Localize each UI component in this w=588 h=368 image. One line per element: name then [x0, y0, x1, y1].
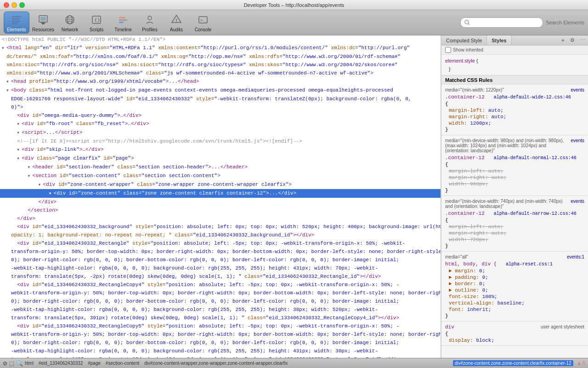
selector-4: html, body, div { alpha-reset.css:1 — [441, 260, 588, 268]
status-inspect-icon[interactable]: ⬚ — [9, 360, 14, 367]
source-link-3[interactable]: events — [571, 199, 584, 209]
svg-rect-16 — [119, 19, 127, 21]
console-label: Console — [195, 27, 212, 32]
rule-prop-crossed-4: margin-left: auto; — [441, 224, 588, 230]
html-line: <header id="section-header" class="secti… — [0, 163, 441, 172]
media-query-4: media="all" events:1 — [441, 253, 588, 260]
html-panel[interactable]: <!DOCTYPE html PUBLIC "-//W3C//DTD HTML+… — [0, 35, 441, 358]
html-line: opacity: 1; background-repeat: no-repeat… — [0, 231, 441, 239]
html-line: <div class="page clearfix" id="page"> — [0, 154, 441, 163]
elements-icon — [10, 13, 23, 26]
svg-rect-5 — [40, 17, 46, 21]
css-rule-3: media="(min-device-width: 740px) and (mi… — [441, 196, 588, 252]
rule-prop-crossed-5: margin-right: auto; — [441, 230, 588, 236]
network-icon — [63, 13, 76, 26]
tab-audits[interactable]: Audits — [164, 12, 189, 34]
sep3 — [102, 361, 104, 366]
search-container — [460, 17, 543, 28]
html-line: </div> — [0, 214, 441, 223]
html-line: <html lang="en" dir="ltr" version="HTML+… — [0, 44, 441, 52]
source-link-4[interactable]: events:1 — [567, 254, 584, 259]
source-link-1[interactable]: events — [571, 87, 584, 92]
status-clear-icon[interactable]: ⊘ — [3, 360, 7, 367]
media-query-2: media="(min-device-width: 980px) and (mi… — [441, 137, 588, 154]
rule-brace-close: } — [441, 126, 588, 133]
status-crumb-3[interactable]: #section-content — [106, 361, 139, 366]
source-link-1b[interactable]: alpha-default-wide-12.css:46 — [494, 95, 571, 100]
rule-prop-crossed-1: margin-left: auto; — [441, 168, 588, 174]
scripts-label: Scripts — [90, 27, 104, 32]
toolbar: Elements Resources Network — [0, 10, 588, 35]
elements-label: Elements — [7, 27, 26, 32]
audits-label: Audits — [170, 27, 183, 32]
source-link-4b[interactable]: alpha-reset.css:1 — [506, 262, 553, 267]
title-bar: Developer Tools – http://localhost/app/e… — [0, 0, 588, 10]
status-crumb-1[interactable]: #eid_1334062430332 — [39, 361, 83, 366]
rule-brace-2: { — [441, 161, 588, 168]
html-line: 0); border-right-color: rgb(0, 0, 0); bo… — [0, 339, 441, 347]
window-title: Developer Tools – http://localhost/app/e… — [244, 2, 345, 8]
html-line: -webkit-tap-highlight-color: rgba(0, 0, … — [0, 305, 441, 314]
rule-prop-valign: vertical-align: baseline; — [441, 300, 588, 306]
svg-line-24 — [468, 23, 469, 25]
html-line: <div id="eid_1334062430332_Rectangle" st… — [0, 239, 441, 247]
tab-profiles[interactable]: Profiles — [137, 12, 163, 34]
html-line: xmlns:sioc="http://rdfs.org/sioc/ns#" xm… — [0, 61, 441, 69]
source-link-2b[interactable]: alpha-default-normal-12.css:46 — [494, 155, 577, 161]
search-input[interactable] — [470, 20, 539, 25]
html-line: -webkit-tap-highlight-color: rgba(0, 0, … — [0, 264, 441, 272]
html-line: <div id="omega-media-query-dummy">…</div… — [0, 111, 441, 120]
rule-prop-crossed-3: width: 960px; — [441, 181, 588, 187]
svg-point-23 — [465, 20, 469, 24]
selector-2: .container-12 alpha-default-normal-12.cs… — [441, 154, 588, 161]
rule-prop-crossed-2: margin-right: auto; — [441, 174, 588, 181]
inherited-bar: Show inherited — [441, 46, 588, 55]
show-inherited-checkbox[interactable] — [445, 47, 451, 53]
source-link-3b[interactable]: alpha-default-narrow-12.css:46 — [494, 211, 577, 216]
tab-styles[interactable]: Styles — [487, 35, 511, 45]
html-line: <section id="section-content" class="sec… — [0, 172, 441, 180]
svg-rect-2 — [12, 21, 20, 22]
status-crumb-4[interactable]: div#zone-content-wrapper.zone-wrapper.zo… — [144, 361, 288, 366]
html-line: <div id="skip-link">…</div> — [0, 145, 441, 154]
tab-console[interactable]: > _ Console — [190, 12, 216, 34]
status-sep — [35, 361, 37, 366]
status-selected[interactable]: div#zone-content.zone.zone-content.clear… — [453, 360, 573, 366]
status-crumb-2[interactable]: #page — [88, 361, 101, 366]
rule-prop-fontsize: font-size: 100%; — [441, 293, 588, 300]
resources-icon — [37, 13, 50, 26]
tab-resources[interactable]: Resources — [30, 12, 56, 34]
styles-panel: Computed Style Styles + ⚙ ⋯ Show inherit… — [441, 35, 588, 358]
minimize-button[interactable] — [11, 2, 17, 8]
rule-brace-close-2: } — [441, 187, 588, 194]
svg-rect-7 — [42, 23, 45, 24]
html-line: </section> — [0, 206, 441, 214]
tab-timeline[interactable]: Timeline — [110, 12, 136, 34]
profiles-icon — [143, 13, 156, 26]
element-style-section: element.style { } — [441, 55, 588, 75]
rule-prop-padding: ► padding: 0; — [441, 274, 588, 281]
tab-elements[interactable]: Elements — [4, 12, 29, 34]
html-line: 0)"> — [0, 103, 441, 111]
close-button[interactable] — [4, 2, 9, 8]
html-line: transform-origin-y: 50%; border-top-widt… — [0, 247, 441, 256]
maximize-button[interactable] — [19, 2, 25, 8]
tab-scripts[interactable]: {} Scripts — [84, 12, 109, 34]
tab-network[interactable]: Network — [57, 12, 83, 34]
html-line: <div id="eid_1334062430332_background" s… — [0, 223, 441, 231]
status-search-icon[interactable]: 🔍 — [16, 360, 23, 367]
html-line: <div id="fb-root" class="fb_reset">…</di… — [0, 120, 441, 128]
agent-brace: { — [441, 331, 588, 337]
status-bar: ⊘ ⬚ 🔍 html #eid_1334062430332 #page #sec… — [0, 358, 588, 368]
html-line: webkit-transform-origin-y: 50%; border-t… — [0, 289, 441, 297]
html-line-selected[interactable]: <div id="zone-content" class="zone zone-… — [0, 189, 441, 198]
more-style-button[interactable]: ⋯ — [577, 37, 588, 43]
rule-brace-close-3: } — [441, 243, 588, 249]
status-html[interactable]: html — [25, 361, 34, 366]
element-style-selector: element.style { — [441, 57, 588, 65]
add-style-button[interactable]: + — [558, 37, 567, 44]
refresh-style-button[interactable]: ⚙ — [567, 37, 577, 43]
tab-computed-style[interactable]: Computed Style — [441, 35, 487, 45]
source-link-2[interactable]: events — [571, 138, 584, 153]
window-controls[interactable] — [4, 2, 25, 8]
